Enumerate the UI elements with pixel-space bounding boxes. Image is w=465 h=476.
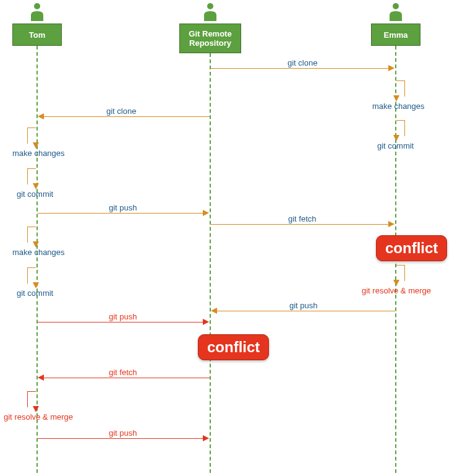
arrow-head (393, 280, 399, 286)
arrow-head (388, 221, 395, 227)
msg-label: git push (109, 312, 137, 321)
arrow-clone-emma (211, 68, 390, 69)
arrow-head (33, 142, 39, 149)
arrow-head (393, 135, 399, 141)
msg-label: git resolve & merge (4, 412, 73, 422)
msg-label: git fetch (109, 368, 137, 377)
conflict-badge: conflict (376, 235, 447, 261)
actor-box-emma: Emma (371, 24, 420, 46)
selfloop-commit-emma (396, 120, 405, 136)
sequence-diagram: Tom Git Remote Repository Emma git clone… (0, 0, 465, 476)
msg-label: make changes (12, 248, 65, 257)
arrow-push-tom2 (38, 322, 204, 322)
arrow-push-emma (216, 311, 395, 311)
actor-icon-tom (30, 2, 45, 21)
arrow-head (33, 282, 39, 288)
actor-label: Emma (383, 30, 407, 40)
arrow-fetch-tom (43, 378, 210, 378)
msg-label: git push (109, 203, 137, 212)
selfloop-commit-tom2 (27, 267, 36, 283)
msg-label: git clone (106, 106, 136, 116)
arrow-head (33, 241, 39, 248)
msg-label: make changes (372, 102, 425, 111)
arrow-head (388, 65, 395, 71)
selfloop-commit-tom (27, 168, 36, 184)
arrow-head (33, 406, 39, 412)
conflict-badge: conflict (198, 334, 269, 360)
msg-label: git commit (377, 141, 414, 150)
msg-label: git clone (288, 58, 317, 67)
arrow-push-tom3 (38, 438, 204, 439)
svg-point-1 (207, 3, 213, 9)
arrow-head (393, 95, 399, 102)
arrow-head (33, 183, 39, 189)
actor-label: Git Remote Repository (182, 29, 238, 48)
arrow-push-tom1 (38, 213, 204, 214)
arrow-clone-tom (43, 116, 210, 117)
msg-label: git commit (17, 288, 53, 298)
selfloop-make-emma (396, 80, 405, 97)
svg-point-2 (393, 3, 399, 9)
arrow-head (38, 113, 44, 119)
arrow-head (203, 319, 209, 325)
msg-label: git fetch (288, 214, 317, 223)
msg-label: git push (109, 428, 137, 438)
msg-label: git resolve & merge (362, 286, 431, 295)
arrow-fetch-emma (211, 224, 390, 225)
selfloop-make-tom (27, 128, 36, 144)
arrow-head (203, 435, 209, 441)
actor-icon-emma (388, 2, 403, 21)
lifeline-repo (210, 53, 211, 473)
selfloop-resolve-emma (396, 265, 405, 281)
msg-label: git push (289, 301, 318, 310)
selfloop-make-tom2 (27, 227, 36, 243)
msg-label: git commit (17, 189, 53, 199)
arrow-head (38, 374, 44, 381)
actor-label: Tom (29, 30, 45, 40)
actor-box-tom: Tom (12, 24, 62, 46)
arrow-head (211, 308, 217, 314)
arrow-head (203, 210, 209, 216)
selfloop-resolve-tom (27, 391, 36, 407)
svg-point-0 (34, 3, 40, 9)
msg-label: make changes (12, 149, 65, 158)
actor-icon-repo (203, 2, 218, 21)
actor-box-repo: Git Remote Repository (179, 24, 241, 53)
